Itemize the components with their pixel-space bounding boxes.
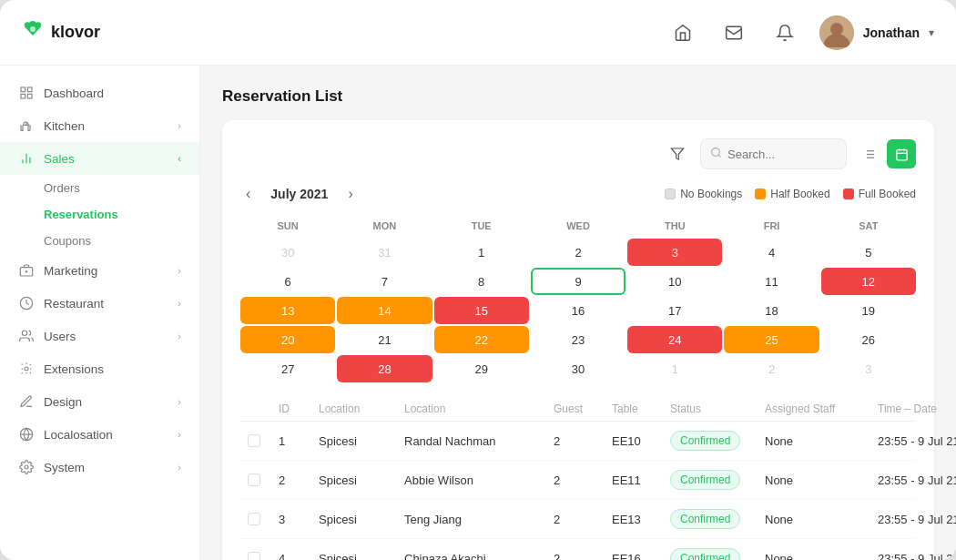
list-view-button[interactable] bbox=[854, 139, 883, 168]
sidebar-item-users[interactable]: Users › bbox=[0, 320, 199, 352]
cal-cell-15[interactable]: 15 bbox=[434, 297, 529, 324]
sales-label: Sales bbox=[44, 152, 75, 166]
cal-cell-20[interactable]: 20 bbox=[240, 326, 335, 353]
card-header bbox=[240, 138, 916, 169]
svg-rect-4 bbox=[21, 87, 25, 92]
cal-cell-10[interactable]: 10 bbox=[627, 268, 722, 295]
cal-cell-9[interactable]: 9 bbox=[531, 268, 625, 295]
search-box[interactable] bbox=[700, 138, 847, 169]
cal-cell-19[interactable]: 19 bbox=[821, 297, 916, 324]
cal-cell-23[interactable]: 23 bbox=[531, 326, 625, 353]
cal-cell-26[interactable]: 26 bbox=[821, 326, 916, 353]
cal-cell-22[interactable]: 22 bbox=[434, 326, 529, 353]
cal-cell-7[interactable]: 7 bbox=[337, 268, 432, 295]
cal-cell-28[interactable]: 28 bbox=[337, 355, 432, 382]
legend-full-booked: Full Booked bbox=[843, 188, 916, 200]
filter-button[interactable] bbox=[662, 138, 693, 169]
mail-icon[interactable] bbox=[717, 16, 750, 49]
cal-cell-next-3[interactable]: 3 bbox=[821, 355, 916, 382]
cal-cell-12[interactable]: 12 bbox=[821, 268, 916, 295]
row-checkbox-1[interactable] bbox=[248, 434, 260, 447]
avatar bbox=[819, 15, 854, 50]
row-name-2: Abbie Wilson bbox=[404, 473, 550, 487]
extensions-label: Extensions bbox=[44, 362, 104, 376]
cal-cell-5[interactable]: 5 bbox=[821, 239, 916, 266]
cal-cell-27[interactable]: 27 bbox=[240, 355, 335, 382]
sidebar-item-sales[interactable]: Sales ‹ bbox=[0, 142, 199, 175]
bell-icon[interactable] bbox=[768, 16, 801, 49]
logo-icon bbox=[22, 19, 44, 46]
cal-cell-30[interactable]: 30 bbox=[531, 355, 625, 382]
table-row: 1 Spicesi Randal Nachman 2 EE10 Confirme… bbox=[240, 422, 916, 461]
cal-cell-3[interactable]: 3 bbox=[627, 239, 722, 266]
status-badge-1: Confirmed bbox=[670, 431, 740, 451]
col-staff: Assigned Staff bbox=[765, 402, 874, 415]
cal-cell-29[interactable]: 29 bbox=[434, 355, 529, 382]
cal-cell-2[interactable]: 2 bbox=[531, 239, 625, 266]
sidebar-item-marketing[interactable]: Marketing › bbox=[0, 254, 199, 287]
sidebar-item-coupons[interactable]: Coupons bbox=[44, 228, 199, 254]
localisation-icon bbox=[18, 426, 35, 443]
svg-point-17 bbox=[25, 367, 28, 371]
cal-cell-6[interactable]: 6 bbox=[240, 268, 335, 295]
cal-cell-24[interactable]: 24 bbox=[627, 326, 722, 353]
row-checkbox-4[interactable] bbox=[248, 552, 260, 560]
cal-cell-18[interactable]: 18 bbox=[724, 297, 819, 324]
calendar-view-button[interactable] bbox=[887, 139, 916, 168]
row-status-3: Confirmed bbox=[670, 509, 761, 529]
localisation-label: Localosation bbox=[44, 428, 113, 442]
row-staff-2: None bbox=[765, 473, 874, 487]
cal-cell-prev-31[interactable]: 31 bbox=[337, 239, 432, 266]
cal-cell-17[interactable]: 17 bbox=[627, 297, 722, 324]
sidebar-item-system[interactable]: System › bbox=[0, 451, 199, 484]
full-booked-dot bbox=[843, 188, 854, 199]
cal-cell-prev-30[interactable]: 30 bbox=[240, 239, 335, 266]
sidebar-item-kitchen[interactable]: Kitchen › bbox=[0, 109, 199, 142]
cal-cell-4[interactable]: 4 bbox=[724, 239, 819, 266]
cal-cell-25[interactable]: 25 bbox=[724, 326, 819, 353]
svg-rect-1 bbox=[726, 26, 741, 38]
sidebar-item-localisation[interactable]: Localosation › bbox=[0, 418, 199, 451]
dashboard-label: Dashboard bbox=[44, 87, 104, 100]
sidebar-item-reservations[interactable]: Reservations bbox=[44, 201, 199, 228]
cal-cell-11[interactable]: 11 bbox=[724, 268, 819, 295]
system-label: System bbox=[44, 461, 85, 474]
search-icon bbox=[710, 147, 722, 161]
col-table: Table bbox=[612, 402, 666, 415]
next-month-button[interactable]: › bbox=[342, 184, 358, 204]
row-table-2: EE11 bbox=[612, 473, 666, 487]
user-profile[interactable]: Jonathan ▾ bbox=[819, 15, 934, 50]
top-icons: Jonathan ▾ bbox=[666, 15, 934, 50]
cal-cell-16[interactable]: 16 bbox=[531, 297, 625, 324]
row-checkbox-2[interactable] bbox=[248, 473, 260, 486]
cal-cell-14[interactable]: 14 bbox=[337, 297, 432, 324]
row-checkbox-3[interactable] bbox=[248, 513, 260, 525]
cal-cell-next-1[interactable]: 1 bbox=[627, 355, 722, 382]
home-icon[interactable] bbox=[666, 16, 699, 49]
sidebar-item-orders[interactable]: Orders bbox=[44, 175, 199, 201]
sidebar-item-design[interactable]: Design › bbox=[0, 385, 199, 418]
row-table-4: EE16 bbox=[612, 552, 666, 561]
col-location2: Location bbox=[404, 402, 550, 415]
prev-month-button[interactable]: ‹ bbox=[240, 184, 256, 204]
sales-submenu: Orders Reservations Coupons bbox=[0, 175, 199, 254]
cal-cell-next-2[interactable]: 2 bbox=[724, 355, 819, 382]
col-location1: Location bbox=[319, 402, 401, 415]
cal-cell-13[interactable]: 13 bbox=[240, 297, 335, 324]
row-datetime-2: 23:55 - 9 Jul 21 bbox=[878, 473, 956, 487]
row-datetime-4: 23:55 - 9 Jul 21 bbox=[878, 552, 956, 561]
restaurant-icon bbox=[18, 295, 35, 311]
cal-cell-21[interactable]: 21 bbox=[337, 326, 432, 353]
cal-cell-8[interactable]: 8 bbox=[434, 268, 529, 295]
sidebar-item-extensions[interactable]: Extensions bbox=[0, 352, 199, 385]
svg-point-0 bbox=[30, 26, 36, 32]
search-input[interactable] bbox=[727, 148, 837, 161]
restaurant-chevron: › bbox=[178, 298, 181, 309]
marketing-chevron: › bbox=[178, 265, 181, 276]
table-row: 3 Spicesi Teng Jiang 2 EE13 Confirmed No… bbox=[240, 500, 916, 539]
row-status-2: Confirmed bbox=[670, 470, 761, 490]
sidebar-item-restaurant[interactable]: Restaurant › bbox=[0, 287, 199, 320]
sidebar-item-dashboard[interactable]: Dashboard bbox=[0, 76, 199, 109]
cal-cell-1[interactable]: 1 bbox=[434, 239, 529, 266]
svg-rect-5 bbox=[27, 87, 32, 92]
